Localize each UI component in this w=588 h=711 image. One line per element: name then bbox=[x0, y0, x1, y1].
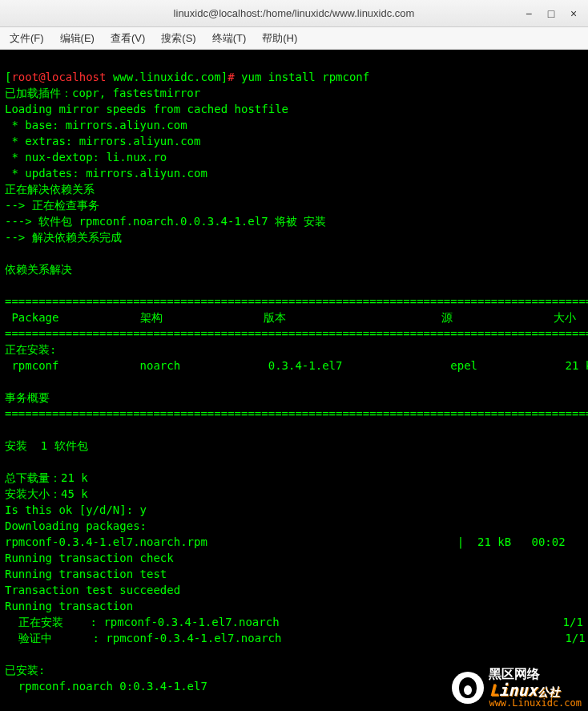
watermark-url: www.Linuxidc.com bbox=[489, 698, 582, 708]
line-deps-resolved: 依赖关系解决 bbox=[5, 263, 72, 276]
line-trans-check: Running transaction check bbox=[5, 551, 174, 564]
line-check-trans: --> 正在检查事务 bbox=[5, 199, 99, 212]
menu-file[interactable]: 文件(F) bbox=[6, 30, 47, 47]
watermark: 黑区网络 Linux公社 www.Linuxidc.com bbox=[452, 668, 582, 708]
menu-search[interactable]: 搜索(S) bbox=[158, 30, 199, 47]
close-button[interactable]: × bbox=[564, 4, 583, 23]
line-installed-pkg: rpmconf.noarch 0:0.3.4-1.el7 bbox=[5, 680, 207, 693]
table-row: rpmconf noarch 0.3.4-1.el7 epel 21 k bbox=[5, 359, 588, 372]
line-trans-test: Running transaction test bbox=[5, 568, 167, 580]
line-downloading: Downloading packages: bbox=[5, 519, 147, 532]
line-trans-succeeded: Transaction test succeeded bbox=[5, 584, 180, 596]
menu-view[interactable]: 查看(V) bbox=[107, 30, 148, 47]
minimize-button[interactable]: − bbox=[519, 4, 538, 23]
terminal-output[interactable]: [root@localhost www.linuxidc.com]# yum i… bbox=[0, 50, 588, 711]
section-installed: 已安装: bbox=[5, 664, 45, 677]
line-deps-done: --> 解决依赖关系完成 bbox=[5, 231, 122, 244]
section-installing: 正在安装: bbox=[5, 343, 56, 356]
window-titlebar: linuxidc@localhost:/home/linuxidc/www.li… bbox=[0, 0, 588, 27]
line-installing-pkg: 正在安装 : rpmconf-0.3.4-1.el7.noarch 1/1 bbox=[5, 616, 583, 628]
line-mirror-updates: * updates: mirrors.aliyun.com bbox=[5, 167, 207, 180]
section-summary: 事务概要 bbox=[5, 391, 50, 404]
line-verifying-pkg: 验证中 : rpmconf-0.3.4-1.el7.noarch 1/1 bbox=[5, 632, 586, 644]
watermark-cn: 黑区网络 bbox=[489, 668, 582, 681]
table-header: Package 架构 版本 源 大小 bbox=[5, 311, 576, 324]
line-running-trans: Running transaction bbox=[5, 600, 133, 612]
menu-edit[interactable]: 编辑(E) bbox=[57, 30, 98, 47]
line-resolving: 正在解决依赖关系 bbox=[5, 183, 95, 196]
prompt-user-host: root@localhost bbox=[11, 71, 106, 83]
line-mirror-extras: * extras: mirrors.aliyun.com bbox=[5, 135, 200, 147]
line-install-count: 安装 1 软件包 bbox=[5, 439, 88, 452]
line-download-size: 总下载量：21 k bbox=[5, 471, 88, 484]
menu-help[interactable]: 帮助(H) bbox=[259, 30, 300, 47]
divider-mid: ========================================… bbox=[5, 327, 588, 340]
line-mirror-base: * base: mirrors.aliyun.com bbox=[5, 119, 187, 131]
divider-top: ========================================… bbox=[5, 295, 588, 308]
prompt-symbol: # bbox=[228, 71, 234, 83]
line-mirror-nux: * nux-dextop: li.nux.ro bbox=[5, 151, 167, 164]
line-pkg-will-install: ---> 软件包 rpmconf.noarch.0.0.3.4-1.el7 将被… bbox=[5, 215, 326, 228]
divider-bottom: ========================================… bbox=[5, 407, 588, 420]
line-installed-size: 安装大小：45 k bbox=[5, 487, 88, 500]
watermark-brand: Linux公社 bbox=[489, 682, 582, 698]
penguin-icon bbox=[452, 672, 484, 704]
prompt-cwd: www.linuxidc.com bbox=[113, 71, 221, 83]
window-controls: − □ × bbox=[519, 4, 583, 23]
line-plugins: 已加载插件：copr, fastestmirror bbox=[5, 87, 200, 99]
line-confirm: Is this ok [y/d/N]: y bbox=[5, 503, 147, 516]
line-loading-mirrors: Loading mirror speeds from cached hostfi… bbox=[5, 103, 288, 115]
window-title: linuxidc@localhost:/home/linuxidc/www.li… bbox=[174, 7, 415, 19]
menu-terminal[interactable]: 终端(T) bbox=[209, 30, 250, 47]
line-rpm-progress: rpmconf-0.3.4-1.el7.noarch.rpm | 21 kB 0… bbox=[5, 535, 566, 548]
command-text: yum install rpmconf bbox=[241, 71, 369, 83]
maximize-button[interactable]: □ bbox=[542, 4, 561, 23]
menu-bar: 文件(F) 编辑(E) 查看(V) 搜索(S) 终端(T) 帮助(H) bbox=[0, 27, 588, 50]
